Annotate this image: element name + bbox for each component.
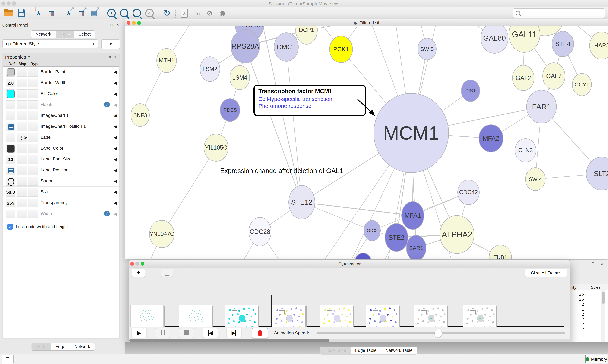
checkbox-checked-icon[interactable]: ✓	[7, 224, 13, 230]
bypass-cell[interactable]	[28, 68, 39, 77]
style-select[interactable]: galFiltered Style ▾	[2, 39, 98, 48]
export-network-icon[interactable]: ↗Y	[64, 8, 74, 18]
new-network-from-selection-icon[interactable]: Y	[180, 8, 189, 18]
save-session-icon[interactable]	[16, 8, 26, 18]
node-mcm1[interactable]: MCM1	[373, 93, 449, 173]
zoom-out-icon[interactable]: −	[119, 8, 129, 18]
record-button[interactable]	[252, 328, 268, 338]
node-alpha2[interactable]: ALPHA2	[440, 215, 474, 254]
node-swi5[interactable]: SWI5	[417, 38, 437, 60]
bypass-cell[interactable]	[28, 122, 39, 131]
mapping-cell[interactable]	[17, 100, 28, 109]
node-ste12[interactable]: STE12	[289, 185, 315, 219]
node-dmc1[interactable]: DMC1	[274, 32, 299, 62]
show-all-icon[interactable]: ◉	[217, 8, 227, 18]
panel-list-button[interactable]: ☰	[1, 355, 14, 364]
results-scrollbar[interactable]	[601, 290, 605, 341]
tab-node-table[interactable]: Node Table	[320, 347, 351, 354]
column-header[interactable]: Stres	[591, 285, 601, 290]
mapping-cell[interactable]	[17, 144, 28, 153]
mapping-cell[interactable]: ⋮>	[17, 133, 28, 142]
expand-arrow-icon[interactable]: ◀	[113, 168, 117, 173]
tab-node[interactable]: Node	[32, 343, 51, 351]
network-canvas[interactable]: Transcription factor MCM1 Cell-type-spec…	[125, 26, 608, 259]
column-header[interactable]: ity	[572, 285, 576, 290]
node-rps28a[interactable]: RPS28A	[231, 29, 260, 63]
results-float-icon[interactable]: □	[592, 261, 594, 266]
node-pis1[interactable]: PIS1	[461, 80, 480, 102]
mapping-cell[interactable]	[17, 166, 28, 175]
collapse-all-icon[interactable]: »	[112, 56, 118, 59]
node-far1[interactable]: FAR1	[526, 90, 557, 123]
bypass-cell[interactable]	[28, 144, 39, 153]
expand-arrow-icon[interactable]: ◀	[113, 69, 117, 75]
expand-arrow-icon[interactable]: ◀	[113, 113, 117, 118]
node-gcy1[interactable]: GCY1	[572, 73, 592, 96]
properties-header[interactable]: Properties ▾ » »	[2, 53, 119, 61]
bypass-cell[interactable]	[28, 177, 39, 186]
bypass-cell[interactable]	[28, 188, 39, 196]
node-ste2[interactable]: STE2	[385, 223, 408, 252]
expand-arrow-icon[interactable]: ◀	[113, 146, 117, 151]
node-yil105c[interactable]: YIL105C	[204, 134, 228, 162]
default-value-cell[interactable]: 2.0	[6, 78, 15, 87]
timeline-playhead[interactable]	[271, 295, 272, 326]
mapping-cell[interactable]	[17, 78, 28, 87]
default-value-cell[interactable]	[6, 90, 15, 98]
default-value-cell[interactable]: 255	[6, 199, 15, 208]
default-value-cell[interactable]	[6, 111, 15, 120]
expand-all-icon[interactable]: »	[107, 56, 113, 59]
control-panel-float-icon[interactable]: □	[110, 23, 113, 27]
mapping-cell[interactable]	[17, 209, 28, 218]
scrollbar-thumb[interactable]	[602, 292, 605, 304]
node-cdc28[interactable]: CDC28	[249, 217, 271, 246]
node-cdc42[interactable]: CDC42	[457, 180, 480, 205]
mapping-cell[interactable]	[17, 155, 28, 164]
find-icon[interactable]: ⌂⌂	[192, 8, 202, 18]
mapping-cell[interactable]	[17, 68, 28, 77]
cyanimator-timeline[interactable]: Seconds 0123456789	[129, 277, 570, 326]
results-close-icon[interactable]: ×	[601, 261, 603, 266]
property-row-size[interactable]: 50.0Size◀	[3, 187, 119, 197]
export-table-icon[interactable]: ↗▦	[76, 8, 86, 18]
node-pck1[interactable]: PCK1	[329, 36, 353, 63]
node-lsm2[interactable]: LSM2	[200, 56, 220, 82]
default-value-cell[interactable]	[6, 100, 15, 109]
property-row-width[interactable]: Widthi◀	[3, 208, 119, 219]
tab-edge[interactable]: Edge	[51, 343, 70, 351]
mapping-cell[interactable]	[17, 177, 28, 186]
expand-arrow-icon[interactable]: ◀	[113, 80, 117, 86]
tab-network[interactable]: Network	[31, 30, 55, 38]
property-row-image-chart-position-1[interactable]: Image/Chart Position 1◀	[3, 121, 119, 132]
bypass-cell[interactable]	[28, 90, 39, 98]
export-image-icon[interactable]: ↗▣	[89, 8, 99, 18]
slider-thumb[interactable]	[435, 329, 442, 338]
info-icon[interactable]: i	[104, 211, 110, 217]
expand-arrow-icon[interactable]: ◀	[113, 189, 117, 195]
expand-arrow-icon[interactable]: ◀	[113, 102, 117, 107]
node-pdc5[interactable]: PDC5	[220, 98, 240, 122]
bypass-cell[interactable]	[28, 155, 39, 164]
bypass-cell[interactable]	[28, 111, 39, 120]
tab-style[interactable]: Style	[55, 30, 74, 38]
zoom-in-icon[interactable]: +	[107, 8, 116, 18]
bypass-cell[interactable]	[28, 166, 39, 175]
expand-arrow-icon[interactable]: ◀	[113, 200, 117, 206]
default-value-cell[interactable]	[6, 133, 15, 142]
expand-arrow-icon[interactable]: ◀	[113, 124, 117, 129]
import-network-icon[interactable]: ↓Y	[34, 8, 43, 18]
zoom-fit-icon[interactable]: ▫	[132, 8, 142, 18]
node-bar1[interactable]: BAR1	[406, 235, 426, 259]
open-session-icon[interactable]	[4, 8, 14, 18]
property-row-fill-color[interactable]: Fill Color◀	[3, 88, 119, 99]
expand-arrow-icon[interactable]: ◀	[113, 211, 117, 217]
hide-selected-icon[interactable]: ⊘	[205, 8, 215, 18]
import-table-icon[interactable]: ↓▦	[46, 8, 56, 18]
node-mfa2[interactable]: MFA2	[479, 124, 503, 152]
stop-button[interactable]	[179, 328, 194, 338]
expand-arrow-icon[interactable]: ◀	[113, 91, 117, 96]
clear-all-frames-button[interactable]: Clear All Frames	[525, 269, 567, 277]
expand-arrow-icon[interactable]: ◀	[113, 179, 117, 184]
node-gic2[interactable]: GIC2	[363, 220, 381, 241]
info-icon[interactable]: i	[104, 102, 110, 107]
